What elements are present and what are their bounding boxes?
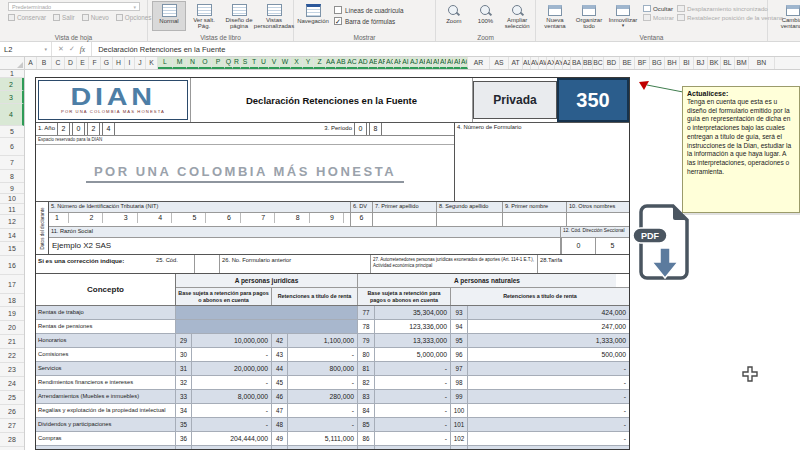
column-header-BN[interactable]: BN (749, 57, 775, 69)
row-header-19[interactable]: 19 (0, 307, 24, 321)
column-header-B[interactable]: B (37, 57, 52, 69)
value-cell[interactable]: - (288, 418, 358, 431)
column-header-BH[interactable]: BH (665, 57, 680, 69)
column-header-AB[interactable]: AB (336, 57, 347, 69)
column-header-U[interactable]: U (259, 57, 269, 69)
column-header-AM[interactable]: AM (433, 57, 440, 69)
column-header-BF[interactable]: BF (635, 57, 650, 69)
column-header-C[interactable]: C (52, 57, 65, 69)
code-cell[interactable]: 48 (272, 418, 288, 431)
checkbox-barra-de-f-rmulas[interactable]: ✓Barra de fórmulas (334, 17, 403, 25)
seccional-digits[interactable]: 05 (561, 238, 629, 254)
column-header-AS[interactable]: AS (490, 57, 509, 69)
row-header-22[interactable]: 22 (0, 349, 24, 363)
code-cell[interactable]: 93 (451, 306, 468, 319)
column-header-AZ[interactable]: AZ (563, 57, 571, 69)
column-header-N[interactable]: N (187, 57, 199, 69)
value-cell[interactable] (288, 446, 358, 450)
code-cell[interactable]: 81 (358, 362, 375, 375)
column-header-AU[interactable]: AU (523, 57, 531, 69)
nit-digit-6[interactable]: 7 (261, 213, 275, 223)
value-cell[interactable]: - (468, 362, 629, 375)
pdf-download-icon[interactable]: PDF (631, 202, 693, 284)
column-header-L[interactable]: L (158, 57, 173, 69)
value-cell[interactable]: 10,000,000 (192, 334, 272, 347)
column-header-BD[interactable]: BD (604, 57, 620, 69)
code-cell[interactable]: 34 (176, 404, 192, 417)
sheet-view-salir[interactable]: Salir (51, 13, 77, 22)
column-header-AO[interactable]: AO (447, 57, 454, 69)
column-header-BK[interactable]: BK (708, 57, 721, 69)
column-header-AD[interactable]: AD (358, 57, 369, 69)
value-cell[interactable]: - (375, 432, 451, 445)
column-header-BC[interactable]: BC (593, 57, 604, 69)
value-cell[interactable]: - (468, 390, 629, 403)
code-cell[interactable]: 49 (272, 432, 288, 445)
row-header-14[interactable]: 14 (0, 229, 24, 242)
row-header-27[interactable]: 27 (0, 419, 24, 433)
code-cell[interactable]: 35 (176, 418, 192, 431)
column-header-V[interactable]: V (269, 57, 280, 69)
column-header-M[interactable]: M (173, 57, 187, 69)
value-cell[interactable]: 204,444,000 (192, 432, 272, 445)
value-cell[interactable]: - (468, 418, 629, 431)
value-cell[interactable]: - (288, 404, 358, 417)
row-header-28[interactable]: 28 (0, 433, 24, 447)
code-cell[interactable]: 96 (451, 348, 468, 361)
code-cell[interactable] (358, 446, 375, 450)
organizar-todo-button[interactable]: Organizar todo (572, 1, 606, 31)
inmovilizar-button[interactable]: Inmovilizar▾ (606, 1, 640, 31)
value-cell[interactable]: 280,000 (288, 390, 358, 403)
column-header-AY[interactable]: AY (555, 57, 563, 69)
enter-icon[interactable]: ✓ (69, 45, 75, 53)
row-header-25[interactable]: 25 (0, 391, 24, 405)
name1-value[interactable] (503, 213, 567, 226)
surname1-value[interactable] (373, 213, 437, 226)
row-header-1[interactable]: 1 (0, 70, 24, 78)
zoom-ampliar-selecci-n[interactable]: Ampliar selección (501, 1, 533, 31)
row-header-26[interactable]: 26 (0, 405, 24, 419)
column-header-AI[interactable]: AI (402, 57, 410, 69)
year-digit-3[interactable]: 4 (102, 123, 115, 135)
code-cell[interactable]: 95 (451, 334, 468, 347)
code-cell[interactable]: 101 (451, 418, 468, 431)
row-header-5[interactable]: 5 (0, 126, 24, 138)
value-cell[interactable]: - (192, 418, 272, 431)
column-header-AN[interactable]: AN (440, 57, 447, 69)
column-header-AK[interactable]: AK (419, 57, 426, 69)
code-cell[interactable] (451, 446, 468, 450)
value-cell[interactable]: - (468, 432, 629, 445)
zoom-100%[interactable]: 100% (470, 1, 502, 31)
row-header-9[interactable]: 9 (0, 183, 24, 194)
column-header-S[interactable]: S (241, 57, 250, 69)
view-dise-o-de-p-gina[interactable]: Diseño de página (222, 1, 256, 31)
column-header-A[interactable]: A (25, 57, 37, 69)
nit-digit-1[interactable]: 2 (89, 213, 103, 223)
code-cell[interactable]: 77 (358, 306, 375, 319)
column-header-Z[interactable]: Z (314, 57, 326, 69)
value-cell[interactable]: - (375, 362, 451, 375)
row-header-7[interactable]: 7 (0, 156, 24, 170)
nit-digit-8[interactable]: 9 (330, 213, 344, 223)
value-cell[interactable]: 500,000 (468, 348, 629, 361)
value-cell[interactable]: - (288, 376, 358, 389)
column-header-G[interactable]: G (101, 57, 113, 69)
code-cell[interactable] (272, 446, 288, 450)
row-header-20[interactable]: 20 (0, 321, 24, 335)
column-header-AX[interactable]: AX (547, 57, 555, 69)
code-cell[interactable]: 78 (358, 320, 375, 333)
column-header-Q[interactable]: Q (225, 57, 233, 69)
row-header-6[interactable]: 6 (0, 138, 24, 156)
row-header-15[interactable]: 15 (0, 242, 24, 256)
column-header-O[interactable]: O (199, 57, 212, 69)
surname2-value[interactable] (437, 213, 503, 226)
year-digit-1[interactable]: 0 (72, 123, 85, 135)
code-cell[interactable]: 99 (451, 390, 468, 403)
column-header-BJ[interactable]: BJ (694, 57, 708, 69)
code-cell[interactable]: 33 (176, 390, 192, 403)
row-header-17[interactable]: 17 (0, 275, 24, 294)
sheet-view-dropdown[interactable]: Predeterminado ▾ (8, 2, 140, 11)
sheet-area[interactable]: DIAN POR UNA COLOMBIA MÁS HONESTA Declar… (25, 70, 800, 450)
code-cell[interactable]: 46 (272, 390, 288, 403)
value-cell[interactable]: 424,000 (468, 306, 629, 319)
